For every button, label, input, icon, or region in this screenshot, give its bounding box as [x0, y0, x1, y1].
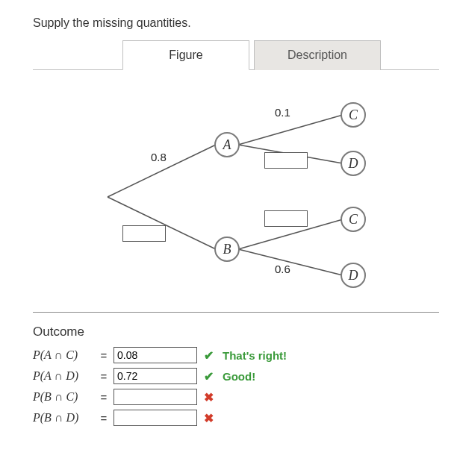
feedback-text: That's right! [223, 349, 287, 362]
divider [33, 312, 439, 313]
tree-edges [33, 93, 436, 301]
tab-description[interactable]: Description [254, 40, 381, 70]
edge-label-b-d: 0.6 [275, 263, 290, 275]
outcome-row: P(B ∩ C) = ✖ [33, 389, 439, 405]
check-icon: ✔ [202, 369, 215, 383]
outcome-label: P(B ∩ C) [33, 390, 94, 404]
answer-input-bd[interactable] [114, 410, 197, 426]
edge-input-b-c[interactable] [264, 210, 308, 227]
tab-bar: Figure Description [122, 40, 439, 70]
svg-line-2 [238, 115, 343, 145]
tab-figure[interactable]: Figure [122, 40, 249, 70]
outcome-label: P(B ∩ D) [33, 411, 94, 425]
node-a: A [214, 132, 240, 157]
edge-label-root-a: 0.8 [151, 151, 167, 163]
answer-input-ad[interactable] [114, 368, 197, 384]
outcome-heading: Outcome [33, 325, 439, 339]
equals-sign: = [99, 391, 109, 404]
outcome-label: P(A ∩ D) [33, 369, 94, 383]
node-c-bottom: C [341, 207, 366, 232]
equals-sign: = [99, 349, 109, 362]
answer-input-ac[interactable] [114, 347, 197, 363]
svg-line-5 [238, 249, 343, 275]
cross-icon: ✖ [202, 390, 215, 404]
node-c-top: C [341, 102, 366, 128]
node-d-top: D [341, 151, 366, 176]
node-d-bottom: D [341, 263, 366, 288]
tree-figure: A B C D C D 0.8 0.1 0.6 [33, 93, 439, 301]
answer-input-bc[interactable] [114, 389, 197, 405]
equals-sign: = [99, 370, 109, 383]
equals-sign: = [99, 412, 109, 425]
edge-label-a-c: 0.1 [275, 106, 290, 119]
check-icon: ✔ [202, 348, 215, 363]
outcome-row: P(A ∩ C) = ✔ That's right! [33, 347, 439, 363]
cross-icon: ✖ [202, 411, 215, 425]
outcome-row: P(B ∩ D) = ✖ [33, 410, 439, 426]
node-b: B [214, 237, 240, 262]
edge-input-root-b[interactable] [122, 225, 166, 242]
instruction-text: Supply the missing quantities. [33, 16, 439, 30]
feedback-text: Good! [223, 370, 255, 383]
outcome-row: P(A ∩ D) = ✔ Good! [33, 368, 439, 384]
outcome-label: P(A ∩ C) [33, 348, 94, 362]
edge-input-a-d[interactable] [264, 152, 308, 169]
